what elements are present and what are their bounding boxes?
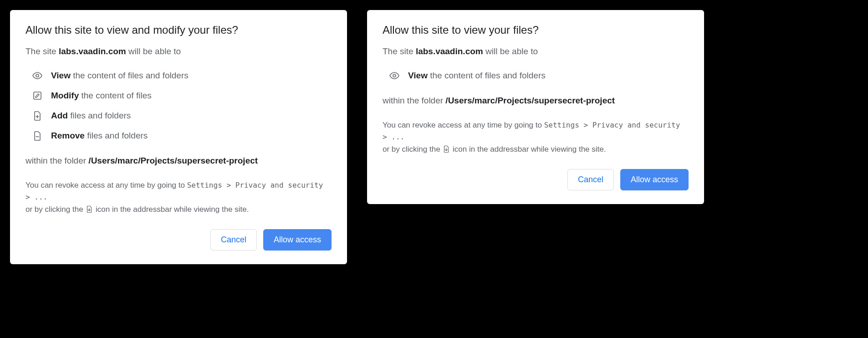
- revoke-line2a: or by clicking the: [383, 145, 442, 154]
- permission-text: View the content of files and folders: [51, 71, 189, 81]
- permission-verb: Add: [51, 111, 68, 120]
- permission-verb: View: [51, 71, 71, 80]
- cancel-button[interactable]: Cancel: [210, 229, 257, 251]
- folder-path: /Users/marc/Projects/supersecret-project: [88, 156, 258, 165]
- permission-text: Modify the content of files: [51, 91, 152, 101]
- file-minus-icon: [32, 130, 43, 141]
- file-arrow-icon: [442, 145, 450, 153]
- folder-path: /Users/marc/Projects/supersecret-project: [445, 96, 615, 105]
- revoke-prefix: You can revoke access at any time by goi…: [383, 121, 544, 129]
- allow-access-button[interactable]: Allow access: [263, 229, 332, 251]
- permission-text: View the content of files and folders: [408, 71, 546, 81]
- folder-line: within the folder /Users/marc/Projects/s…: [383, 96, 689, 106]
- permission-rest: the content of files and folders: [428, 71, 546, 80]
- cancel-button[interactable]: Cancel: [567, 169, 614, 190]
- file-plus-icon: [32, 110, 43, 121]
- subtitle-prefix: The site: [383, 46, 416, 56]
- revoke-prefix: You can revoke access at any time by goi…: [26, 181, 187, 189]
- dialog-subtitle: The site labs.vaadin.com will be able to: [26, 46, 332, 56]
- subtitle-suffix: will be able to: [483, 46, 538, 56]
- eye-icon: [32, 70, 43, 81]
- edit-icon: [32, 90, 43, 101]
- folder-line: within the folder /Users/marc/Projects/s…: [26, 156, 332, 166]
- file-arrow-icon: [85, 205, 93, 213]
- permission-text: Add files and folders: [51, 111, 131, 121]
- subtitle-suffix: will be able to: [126, 46, 181, 56]
- subtitle-prefix: The site: [26, 46, 59, 56]
- permission-rest: the content of files and folders: [71, 71, 189, 80]
- permission-list: View the content of files and folders: [383, 66, 689, 86]
- permission-rest: the content of files: [79, 91, 152, 100]
- permission-text: Remove files and folders: [51, 131, 148, 141]
- permission-rest: files and folders: [68, 111, 131, 120]
- permission-view: View the content of files and folders: [383, 66, 689, 86]
- revoke-line2b: icon in the addressbar while viewing the…: [450, 145, 606, 154]
- permission-verb: View: [408, 71, 428, 80]
- dialog-title: Allow this site to view and modify your …: [26, 24, 332, 36]
- revoke-line2a: or by clicking the: [26, 205, 85, 214]
- folder-prefix: within the folder: [26, 156, 88, 165]
- dialog-title: Allow this site to view your files?: [383, 24, 689, 36]
- site-domain: labs.vaadin.com: [416, 46, 483, 56]
- permission-remove: Remove files and folders: [26, 126, 332, 146]
- revoke-text: You can revoke access at any time by goi…: [26, 179, 332, 215]
- folder-prefix: within the folder: [383, 96, 445, 105]
- permission-view: View the content of files and folders: [26, 66, 332, 86]
- button-row: Cancel Allow access: [383, 169, 689, 190]
- button-row: Cancel Allow access: [26, 229, 332, 251]
- revoke-text: You can revoke access at any time by goi…: [383, 119, 689, 155]
- permission-dialog-readwrite: Allow this site to view and modify your …: [10, 10, 347, 264]
- permission-modify: Modify the content of files: [26, 86, 332, 106]
- permission-rest: files and folders: [85, 131, 148, 140]
- dialog-subtitle: The site labs.vaadin.com will be able to: [383, 46, 689, 56]
- permission-dialog-readonly: Allow this site to view your files? The …: [367, 10, 704, 204]
- revoke-line2b: icon in the addressbar while viewing the…: [93, 205, 249, 214]
- permission-verb: Modify: [51, 91, 79, 100]
- permission-add: Add files and folders: [26, 106, 332, 126]
- allow-access-button[interactable]: Allow access: [620, 169, 689, 190]
- permission-list: View the content of files and folders Mo…: [26, 66, 332, 146]
- eye-icon: [389, 70, 400, 81]
- permission-verb: Remove: [51, 131, 85, 140]
- site-domain: labs.vaadin.com: [59, 46, 126, 56]
